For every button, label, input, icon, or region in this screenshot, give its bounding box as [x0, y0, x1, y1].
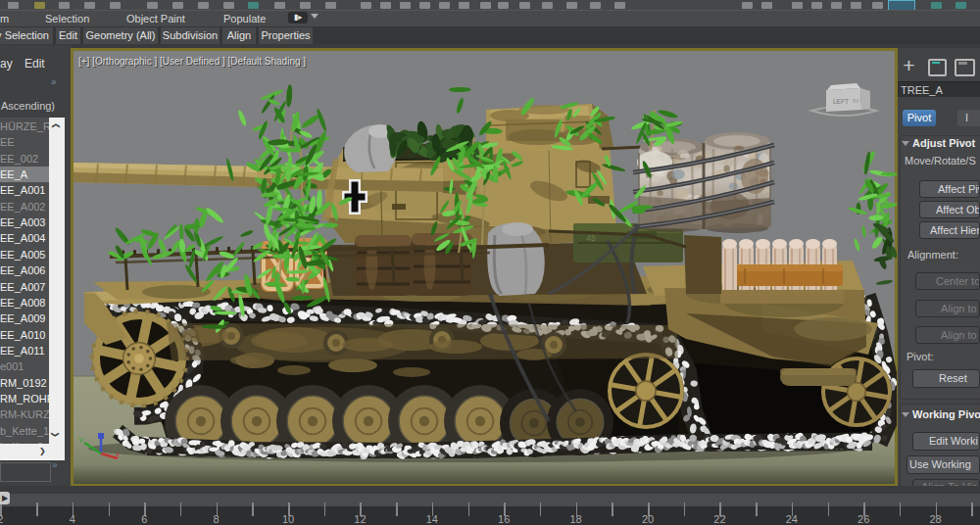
svg-text:LEFT: LEFT	[833, 98, 849, 105]
svg-text:x: x	[116, 450, 120, 458]
svg-text:Y: Y	[78, 436, 84, 445]
svg-text:45: 45	[586, 233, 596, 243]
svg-text:BK: BK	[853, 98, 860, 104]
